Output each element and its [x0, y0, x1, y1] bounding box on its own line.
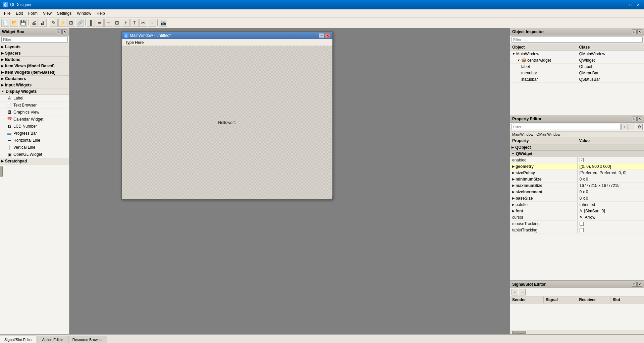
category-layouts[interactable]: ▶ Layouts [0, 44, 69, 50]
widget-box-filter-input[interactable] [1, 37, 68, 43]
widget-item-graphics-view[interactable]: 🖼 Graphics View [0, 109, 69, 116]
prop-row-sizeinc[interactable]: ▶ sizeIncrement 0 x 0 [510, 189, 644, 195]
toolbar-layout-vsp[interactable]: ⊤ [130, 19, 139, 27]
toolbar-open[interactable]: 📂 [10, 19, 18, 27]
left-scroll-indicator[interactable] [0, 166, 3, 177]
signal-slot-add-btn[interactable]: + [512, 289, 518, 295]
prop-row-font[interactable]: ▶ font A [SimSun, 9] [510, 208, 644, 214]
category-display-widgets[interactable]: ▼ Display Widgets [0, 88, 69, 95]
prop-row-maxsize[interactable]: ▶ maximumSize 16777215 x 16777215 [510, 183, 644, 189]
tablettracking-checkbox[interactable] [580, 228, 584, 232]
signal-slot-remove-btn[interactable]: ─ [519, 289, 526, 295]
expand-qobject[interactable]: ▶ [512, 146, 514, 149]
toolbar-print[interactable]: 🖨 [30, 19, 38, 27]
prop-row-basesize[interactable]: ▶ baseSize 0 x 0 [510, 195, 644, 202]
expand-palette[interactable]: ▶ [512, 203, 515, 206]
category-buttons[interactable]: ▶ Buttons [0, 57, 69, 63]
prop-row-geometry[interactable]: ▶ geometry [(0, 0), 800 x 600] [510, 163, 644, 170]
object-inspector-float-btn[interactable]: □ [632, 29, 637, 34]
prop-row-cursor[interactable]: cursor ↖ Arrow [510, 214, 644, 221]
obj-row-mainwindow[interactable]: ▼ MainWindow QMainWindow [510, 51, 644, 57]
form-resize-handle[interactable] [329, 196, 332, 199]
toolbar-preview[interactable]: 📷 [159, 19, 167, 27]
widget-box-close-btn[interactable]: ✕ [62, 29, 67, 34]
widget-item-calendar[interactable]: 📅 Calendar Widget [0, 116, 69, 123]
maximize-button[interactable]: □ [627, 2, 634, 7]
property-remove-btn[interactable]: ─ [629, 124, 635, 130]
prop-row-enabled[interactable]: enabled [510, 157, 644, 163]
menu-form[interactable]: Form [25, 10, 40, 16]
prop-section-qwidget[interactable]: ▼ QWidget [510, 151, 644, 157]
toolbar-layout-v[interactable]: ═ [96, 19, 104, 27]
prop-row-tablettracking[interactable]: tabletTracking [510, 227, 644, 233]
widget-item-v-line[interactable]: │ Vertical Line [0, 144, 69, 151]
category-spacers[interactable]: ▶ Spacers [0, 50, 69, 57]
ss-scrollbar-thumb[interactable] [512, 331, 526, 334]
prop-row-palette[interactable]: ▶ palette Inherited [510, 202, 644, 208]
toolbar-layout-hsp[interactable]: ⊦ [122, 19, 130, 27]
canvas-area[interactable]: Q MainWindow - untitled* ─ ✕ Type Here H… [69, 28, 510, 334]
obj-row-statusbar[interactable]: statusbar QStatusBar [510, 76, 644, 83]
expand-centralwidget[interactable]: ▼ [517, 59, 520, 62]
toolbar-buddy[interactable]: 🔗 [76, 19, 84, 27]
expand-minsize[interactable]: ▶ [512, 178, 515, 181]
menu-help[interactable]: Help [94, 10, 108, 16]
enabled-checkbox[interactable] [580, 158, 584, 162]
expand-font[interactable]: ▶ [512, 209, 515, 213]
prop-row-mousetracking[interactable]: mouseTracking [510, 221, 644, 227]
tab-signal-slot[interactable]: Signal/Slot Editor [0, 336, 37, 343]
menu-window[interactable]: Window [74, 10, 94, 16]
widget-item-lcd[interactable]: 12 LCD Number [0, 123, 69, 130]
form-close-btn[interactable]: ✕ [325, 33, 330, 38]
toolbar-taborder[interactable]: ⊞ [67, 19, 75, 27]
toolbar-layout-h[interactable]: ║ [87, 19, 95, 27]
minimize-button[interactable]: ─ [620, 2, 627, 7]
toolbar-adjust-size[interactable]: ↔ [148, 19, 156, 27]
ss-scrollbar[interactable] [510, 330, 644, 334]
signal-slot-close-btn[interactable]: ✕ [637, 282, 642, 287]
widget-item-h-line[interactable]: ─ Horizontal Line [0, 137, 69, 144]
prop-section-qobject[interactable]: ▶ QObject [510, 144, 644, 151]
widget-item-text-browser[interactable]: 📄 Text Browser [0, 102, 69, 109]
tab-resource-browser[interactable]: Resource Browser [68, 336, 107, 343]
close-button[interactable]: ✕ [635, 2, 641, 7]
expand-sizeinc[interactable]: ▶ [512, 190, 515, 194]
tab-action-editor[interactable]: Action Editor [38, 336, 67, 343]
expand-qwidget[interactable]: ▼ [512, 152, 515, 155]
expand-maxsize[interactable]: ▶ [512, 184, 515, 187]
obj-row-centralwidget[interactable]: ▼ 📦 centralwidget QWidget [510, 57, 644, 64]
toolbar-save[interactable]: 💾 [19, 19, 27, 27]
form-canvas[interactable]: Hellowor1 [122, 46, 332, 199]
object-inspector-close-btn[interactable]: ✕ [637, 29, 642, 34]
toolbar-layout-form[interactable]: ⊣ [104, 19, 112, 27]
obj-row-menubar[interactable]: menubar QMenuBar [510, 70, 644, 76]
widget-item-label[interactable]: A Label [0, 95, 69, 102]
menu-edit[interactable]: Edit [13, 10, 25, 16]
toolbar-break-layout[interactable]: ✂ [139, 19, 147, 27]
toolbar-print2[interactable]: 🖨 [39, 19, 47, 27]
menu-settings[interactable]: Settings [54, 10, 74, 16]
property-editor-close-btn[interactable]: ✕ [637, 117, 642, 121]
category-input-widgets[interactable]: ▶ Input Widgets [0, 82, 69, 88]
prop-row-sizepolicy[interactable]: ▶ sizePolicy [Preferred, Preferred, 0, 0… [510, 170, 644, 176]
widget-item-opengl[interactable]: ▣ OpenGL Widget [0, 151, 69, 158]
property-config-btn[interactable]: ⚙ [636, 124, 643, 130]
widget-box-float-btn[interactable]: □ [57, 29, 62, 34]
category-containers[interactable]: ▶ Containers [0, 76, 69, 82]
property-editor-float-btn[interactable]: □ [632, 117, 637, 121]
toolbar-signals[interactable]: ⚡ [58, 19, 66, 27]
menu-view[interactable]: View [40, 10, 54, 16]
category-item-widgets[interactable]: ▶ Item Widgets (Item-Based) [0, 69, 69, 76]
form-type-here[interactable]: Type Here [123, 40, 146, 45]
object-inspector-filter-input[interactable] [512, 37, 643, 43]
expand-mainwindow[interactable]: ▼ [512, 52, 515, 56]
expand-geometry[interactable]: ▶ [512, 165, 515, 168]
property-add-btn[interactable]: + [621, 124, 628, 130]
form-minimize-btn[interactable]: ─ [319, 33, 324, 38]
prop-row-minsize[interactable]: ▶ minimumSize 0 x 0 [510, 176, 644, 183]
toolbar-layout-grid[interactable]: ⊞ [113, 19, 121, 27]
toolbar-new[interactable]: 📄 [1, 19, 9, 27]
widget-item-progress-bar[interactable]: ▬ Progress Bar [0, 130, 69, 137]
expand-sizepolicy[interactable]: ▶ [512, 171, 515, 175]
expand-basesize[interactable]: ▶ [512, 197, 515, 200]
